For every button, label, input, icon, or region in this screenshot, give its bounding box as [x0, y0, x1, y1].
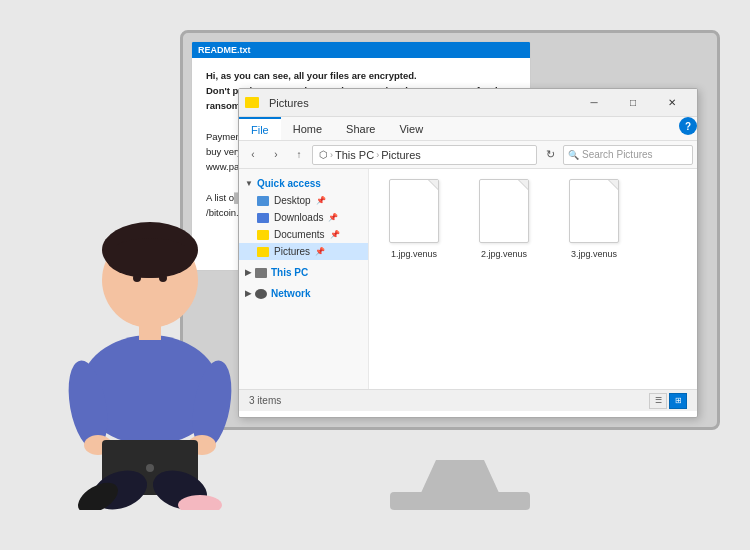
grid-view-button[interactable]: ⊞	[669, 393, 687, 409]
documents-label: Documents	[274, 229, 325, 240]
file-name-2: 2.jpg.venus	[481, 249, 527, 259]
network-label: Network	[271, 288, 310, 299]
explorer-titlebar: Pictures ─ □ ✕	[239, 89, 697, 117]
tab-view[interactable]: View	[387, 117, 435, 140]
tab-share[interactable]: Share	[334, 117, 387, 140]
explorer-window: Pictures ─ □ ✕ File Home Share View ?	[238, 88, 698, 418]
file-item-1[interactable]: 1.jpg.venus	[379, 179, 449, 259]
file-name-3: 3.jpg.venus	[571, 249, 617, 259]
path-part-pictures[interactable]: Pictures	[381, 149, 421, 161]
scene: README.txt Hi, as you can see, all your …	[0, 0, 750, 550]
file-icon-1	[389, 179, 439, 243]
window-controls[interactable]: ─ □ ✕	[575, 89, 691, 117]
search-placeholder: Search Pictures	[582, 149, 653, 160]
documents-pin-icon: 📌	[330, 230, 340, 239]
tab-home[interactable]: Home	[281, 117, 334, 140]
refresh-button[interactable]: ↻	[540, 145, 560, 165]
explorer-body: ▼ Quick access Desktop 📌 Downloads	[239, 169, 697, 389]
monitor-base	[390, 492, 530, 510]
up-button[interactable]: ↑	[289, 145, 309, 165]
pictures-label: Pictures	[274, 246, 310, 257]
readme-line1: Hi, as you can see, all your files are e…	[206, 68, 516, 83]
close-button[interactable]: ✕	[653, 89, 691, 117]
svg-rect-4	[139, 320, 161, 340]
pictures-pin-icon: 📌	[315, 247, 325, 256]
path-thispc[interactable]: ⬡	[319, 149, 328, 160]
address-bar: ‹ › ↑ ⬡ › This PC › Pictures ↻ 🔍 Search …	[239, 141, 697, 169]
downloads-label: Downloads	[274, 212, 323, 223]
explorer-statusbar: 3 items ☰ ⊞	[239, 389, 697, 411]
desktop-label: Desktop	[274, 195, 311, 206]
explorer-title: Pictures	[269, 97, 575, 109]
titlebar-folder-icon	[245, 97, 259, 108]
this-pc-label: This PC	[271, 267, 308, 278]
readme-titlebar: README.txt	[192, 42, 530, 58]
title-icons	[245, 97, 263, 108]
file-name-1: 1.jpg.venus	[391, 249, 437, 259]
tab-file[interactable]: File	[239, 117, 281, 140]
address-path[interactable]: ⬡ › This PC › Pictures	[312, 145, 537, 165]
file-icon-2	[479, 179, 529, 243]
file-icon-3	[569, 179, 619, 243]
downloads-pin-icon: 📌	[328, 213, 338, 222]
readme-title: README.txt	[198, 45, 251, 55]
search-box[interactable]: 🔍 Search Pictures	[563, 145, 693, 165]
person-illustration	[30, 150, 270, 510]
monitor-stand	[420, 460, 500, 495]
file-item-2[interactable]: 2.jpg.venus	[469, 179, 539, 259]
svg-point-10	[146, 464, 154, 472]
file-item-3[interactable]: 3.jpg.venus	[559, 179, 629, 259]
minimize-button[interactable]: ─	[575, 89, 613, 117]
desktop-pin-icon: 📌	[316, 196, 326, 205]
svg-point-3	[106, 238, 194, 278]
list-view-button[interactable]: ☰	[649, 393, 667, 409]
help-button[interactable]: ?	[679, 117, 697, 135]
svg-point-16	[159, 274, 167, 282]
path-part-thispc[interactable]: This PC	[335, 149, 374, 161]
view-buttons: ☰ ⊞	[649, 393, 687, 409]
maximize-button[interactable]: □	[614, 89, 652, 117]
svg-point-15	[133, 274, 141, 282]
explorer-ribbon: File Home Share View ?	[239, 117, 697, 141]
search-icon: 🔍	[568, 150, 579, 160]
explorer-content: 1.jpg.venus 2.jpg.venus 3.jpg.venus	[369, 169, 697, 389]
